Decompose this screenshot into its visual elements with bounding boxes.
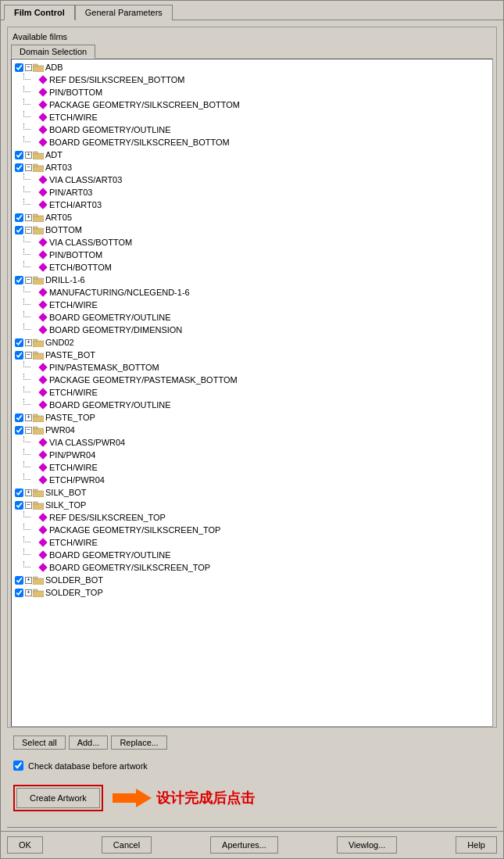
tree-item-adb[interactable]: − ADB: [12, 61, 492, 73]
tree-item-silk_top[interactable]: − SILK_TOP: [12, 499, 492, 511]
tree-item-art05[interactable]: + ART05: [12, 211, 492, 224]
tree-leaf-item[interactable]: VIA CLASS/PWR04: [12, 436, 492, 449]
tree-item-solder_bot[interactable]: + SOLDER_BOT: [12, 574, 492, 586]
create-artwork-box: Create Artwork: [13, 785, 103, 811]
svg-rect-17: [33, 414, 38, 417]
tree-leaf-item[interactable]: PIN/BOTTOM: [12, 86, 492, 98]
create-artwork-button[interactable]: Create Artwork: [16, 788, 100, 808]
tree-leaf-label: BOARD GEOMETRY/OUTLINE: [49, 313, 171, 322]
tree-leaf-item[interactable]: REF DES/SILKSCREEN_TOP: [12, 511, 492, 524]
inner-tab-bar: Domain Selection: [8, 43, 496, 59]
tree-leaf-label: ETCH/PWR04: [49, 475, 105, 485]
tree-leaf-item[interactable]: PACKAGE GEOMETRY/PASTEMASK_BOTTOM: [12, 374, 492, 386]
tree-leaf-label: REF DES/SILKSCREEN_TOP: [49, 513, 166, 522]
check-database-checkbox[interactable]: [13, 761, 23, 771]
svg-rect-3: [33, 152, 38, 154]
svg-rect-21: [33, 489, 38, 492]
tree-leaf-label: VIA CLASS/BOTTOM: [49, 238, 132, 247]
main-content: Available films Domain Selection − ADBRE…: [1, 20, 503, 824]
tree-leaf-label: BOARD GEOMETRY/OUTLINE: [49, 400, 171, 410]
help-button[interactable]: Help: [456, 836, 497, 854]
tree-leaf-item[interactable]: BOARD GEOMETRY/DIMENSION: [12, 324, 492, 336]
tab-film-control[interactable]: Film Control: [4, 5, 75, 20]
tree-leaf-item[interactable]: BOARD GEOMETRY/OUTLINE: [12, 549, 492, 561]
cancel-button[interactable]: Cancel: [102, 836, 152, 854]
tree-leaf-item[interactable]: ETCH/BOTTOM: [12, 261, 492, 274]
tree-leaf-item[interactable]: PACKAGE GEOMETRY/SILKSCREEN_BOTTOM: [12, 98, 492, 111]
tree-item-paste_bot[interactable]: − PASTE_BOT: [12, 349, 492, 361]
checkbox-row: Check database before artwork: [7, 757, 497, 774]
tree-leaf-item[interactable]: BOARD GEOMETRY/SILKSCREEN_TOP: [12, 561, 492, 574]
create-row: Create Artwork 设计完成后点击: [13, 785, 491, 811]
tree-leaf-item[interactable]: ETCH/WIRE: [12, 386, 492, 399]
tree-leaf-label: PACKAGE GEOMETRY/SILKSCREEN_TOP: [49, 525, 220, 535]
tree-leaf-item[interactable]: VIA CLASS/BOTTOM: [12, 236, 492, 249]
viewlog-button[interactable]: Viewlog...: [337, 836, 398, 854]
tree-leaf-item[interactable]: VIA CLASS/ART03: [12, 174, 492, 186]
tree-item-art03[interactable]: − ART03: [12, 161, 492, 174]
tree-item-drill-1-6[interactable]: − DRILL-1-6: [12, 274, 492, 286]
tree-leaf-item[interactable]: BOARD GEOMETRY/SILKSCREEN_BOTTOM: [12, 136, 492, 149]
tree-node-label-solder_bot: SOLDER_BOT: [45, 575, 103, 585]
tab-general-parameters[interactable]: General Parameters: [75, 5, 173, 20]
add-button[interactable]: Add...: [69, 736, 109, 750]
tree-item-bottom[interactable]: − BOTTOM: [12, 224, 492, 236]
ok-button[interactable]: OK: [7, 836, 43, 854]
tree-node-label-pwr04: PWR04: [45, 425, 75, 435]
tree-leaf-label: PACKAGE GEOMETRY/PASTEMASK_BOTTOM: [49, 375, 238, 385]
svg-rect-27: [33, 589, 38, 592]
svg-marker-28: [113, 789, 152, 807]
main-window: Film Control General Parameters Availabl…: [0, 0, 504, 859]
tree-leaf-item[interactable]: ETCH/PWR04: [12, 474, 492, 486]
tree-item-pwr04[interactable]: − PWR04: [12, 424, 492, 436]
tree-leaf-item[interactable]: PACKAGE GEOMETRY/SILKSCREEN_TOP: [12, 524, 492, 536]
tree-node-label-paste_bot: PASTE_BOT: [45, 350, 95, 360]
svg-rect-1: [33, 64, 38, 66]
tree-leaf-item[interactable]: ETCH/WIRE: [12, 299, 492, 311]
tree-leaf-item[interactable]: ETCH/WIRE: [12, 536, 492, 549]
svg-rect-25: [33, 577, 38, 579]
tree-node-label-adt: ADT: [45, 150, 63, 159]
tree-leaf-item[interactable]: PIN/ART03: [12, 186, 492, 199]
tree-leaf-item[interactable]: BOARD GEOMETRY/OUTLINE: [12, 399, 492, 411]
svg-rect-15: [33, 352, 38, 354]
tree-leaf-item[interactable]: BOARD GEOMETRY/OUTLINE: [12, 311, 492, 324]
replace-button[interactable]: Replace...: [111, 736, 167, 750]
tree-item-solder_top[interactable]: + SOLDER_TOP: [12, 586, 492, 599]
bottom-toolbar: Select all Add... Replace...: [7, 732, 497, 753]
select-all-button[interactable]: Select all: [13, 736, 66, 750]
tree-leaf-label: ETCH/WIRE: [49, 388, 98, 397]
tree-leaf-item[interactable]: MANUFACTURING/NCLEGEND-1-6: [12, 286, 492, 299]
tree-leaf-item[interactable]: ETCH/ART03: [12, 199, 492, 211]
tree-node-label-art05: ART05: [45, 213, 72, 222]
tree-item-silk_bot[interactable]: + SILK_BOT: [12, 486, 492, 499]
tab-domain-selection[interactable]: Domain Selection: [11, 45, 95, 59]
tree-leaf-label: VIA CLASS/ART03: [49, 175, 122, 184]
tree-leaf-item[interactable]: PIN/BOTTOM: [12, 249, 492, 261]
tree-node-label-paste_top: PASTE_TOP: [45, 413, 95, 422]
tree-leaf-label: PIN/ART03: [49, 188, 92, 197]
tree-item-gnd02[interactable]: + GND02: [12, 336, 492, 349]
tree-leaf-item[interactable]: ETCH/WIRE: [12, 461, 492, 474]
tree-leaf-label: PIN/PASTEMASK_BOTTOM: [49, 363, 159, 372]
bottom-btn-bar: OK Cancel Apertures... Viewlog... Help: [1, 831, 503, 858]
tree-leaf-item[interactable]: BOARD GEOMETRY/OUTLINE: [12, 123, 492, 136]
tree-container[interactable]: − ADBREF DES/SILKSCREEN_BOTTOMPIN/BOTTOM…: [11, 59, 493, 727]
apertures-button[interactable]: Apertures...: [210, 836, 278, 854]
tree-leaf-label: MANUFACTURING/NCLEGEND-1-6: [49, 288, 190, 297]
tree-leaf-label: PACKAGE GEOMETRY/SILKSCREEN_BOTTOM: [49, 100, 240, 109]
group-box-title: Available films: [8, 32, 496, 41]
tree-leaf-label: PIN/PWR04: [49, 450, 95, 460]
tree-leaf-item[interactable]: REF DES/SILKSCREEN_BOTTOM: [12, 73, 492, 86]
separator: [7, 827, 497, 828]
tree-leaf-item[interactable]: PIN/PWR04: [12, 449, 492, 461]
tree-item-paste_top[interactable]: + PASTE_TOP: [12, 411, 492, 424]
tree-leaf-label: ETCH/BOTTOM: [49, 263, 112, 272]
tree-node-label-silk_bot: SILK_BOT: [45, 488, 87, 497]
checkbox-label: Check database before artwork: [28, 761, 148, 771]
tree-leaf-label: ETCH/WIRE: [49, 463, 98, 472]
tree-node-label-bottom: BOTTOM: [45, 225, 82, 234]
tree-leaf-item[interactable]: PIN/PASTEMASK_BOTTOM: [12, 361, 492, 374]
tree-item-adt[interactable]: + ADT: [12, 149, 492, 161]
tree-leaf-item[interactable]: ETCH/WIRE: [12, 111, 492, 123]
